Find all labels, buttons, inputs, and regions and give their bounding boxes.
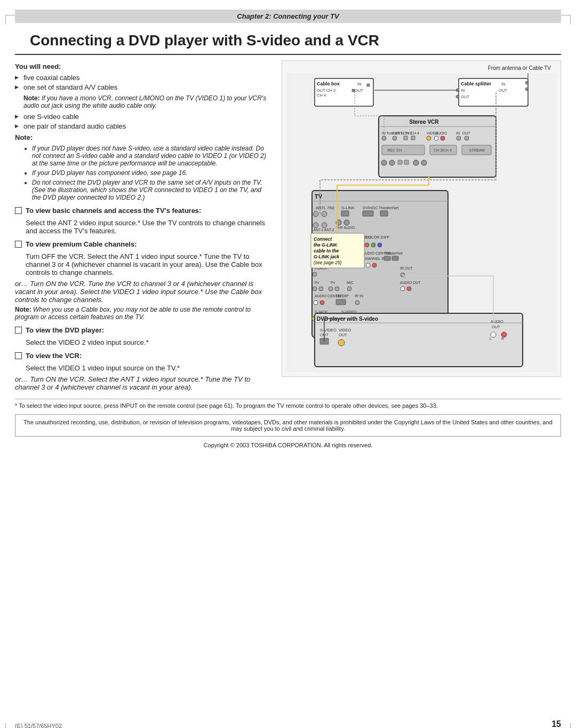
- svg-text:Connect: Connect: [314, 236, 332, 242]
- svg-text:CH 4: CH 4: [411, 131, 419, 135]
- svg-text:AUDIO OUT: AUDIO OUT: [400, 281, 421, 284]
- svg-point-100: [347, 287, 351, 291]
- svg-point-92: [401, 273, 405, 277]
- svg-point-87: [372, 263, 377, 267]
- svg-point-83: [313, 272, 317, 276]
- checkbox-basic[interactable]: [15, 207, 22, 214]
- svg-point-32: [434, 136, 438, 140]
- checkbox-vcr[interactable]: [15, 352, 22, 359]
- svg-point-30: [427, 136, 431, 140]
- note-label-main: Note:: [15, 133, 271, 141]
- checkbox-basic-body: Select the ANT 2 video input source.* Us…: [26, 219, 271, 235]
- checkbox-dvd[interactable]: [15, 327, 22, 334]
- svg-point-98: [335, 287, 339, 291]
- svg-text:Cable splitter: Cable splitter: [461, 81, 492, 86]
- requirements-list-2: one S-video cable one pair of standard a…: [15, 113, 271, 130]
- svg-rect-57: [341, 211, 349, 216]
- svg-text:Cable box: Cable box: [317, 81, 340, 86]
- checkbox-section-dvd: To view the DVD player:: [15, 326, 271, 334]
- svg-point-125: [338, 339, 345, 346]
- svg-text:R: R: [501, 337, 504, 341]
- svg-text:VHF   AUDIO: VHF AUDIO: [336, 226, 355, 230]
- svg-point-33: [441, 136, 445, 140]
- svg-text:S-VIDEO: S-VIDEO: [320, 328, 337, 333]
- svg-text:IN: IN: [461, 88, 465, 93]
- svg-text:ANT-1  ANT-2: ANT-1 ANT-2: [314, 228, 334, 232]
- checkbox-section-basic: To view basic channels and access the TV…: [15, 207, 271, 215]
- svg-point-48: [413, 160, 419, 165]
- svg-text:VIDEO: VIDEO: [339, 328, 351, 333]
- svg-text:OUT: OUT: [462, 131, 471, 135]
- you-will-need-heading: You will need:: [15, 62, 271, 70]
- svg-point-102: [401, 287, 405, 291]
- corner-mark-tl: [5, 15, 15, 25]
- svg-text:IR IN: IR IN: [355, 294, 363, 298]
- notes-list: If your DVD player does not have S-video…: [32, 145, 271, 201]
- svg-text:G-LINK: G-LINK: [341, 205, 355, 210]
- svg-rect-90: [392, 256, 398, 260]
- svg-text:the G-LINK: the G-LINK: [314, 242, 338, 248]
- svg-text:Px: Px: [331, 281, 335, 284]
- svg-text:DVIHDC: DVIHDC: [363, 205, 378, 210]
- content-area: You will need: five coaxial cables one s…: [15, 55, 561, 393]
- svg-point-34: [457, 136, 461, 140]
- page-wrapper: Chapter 2: Connecting your TV Connecting…: [0, 10, 576, 728]
- svg-rect-47: [404, 160, 409, 164]
- svg-point-94: [313, 287, 317, 291]
- svg-point-45: [389, 160, 395, 165]
- svg-text:COLOR DIFF: COLOR DIFF: [365, 235, 390, 240]
- requirement-item-4: one pair of standard audio cables: [15, 122, 271, 130]
- note-item-1: If your DVD player does not have S-video…: [32, 145, 271, 167]
- requirement-item-3: one S-video cable: [15, 113, 271, 121]
- svg-point-24: [393, 136, 397, 140]
- svg-text:IN: IN: [456, 131, 460, 135]
- svg-text:CH 4: CH 4: [317, 93, 326, 98]
- svg-point-44: [381, 160, 387, 165]
- note-item-3: Do not connect the DVD player and VCR to…: [32, 179, 271, 201]
- footnote-text: * To select the video input source, pres…: [15, 402, 561, 409]
- copyright-line: Copyright © 2003 TOSHIBA CORPORATION. Al…: [15, 442, 561, 448]
- svg-point-110: [355, 300, 359, 305]
- svg-point-105: [314, 300, 318, 305]
- from-antenna-label: From antenna or Cable TV: [286, 65, 551, 71]
- svg-text:IN: IN: [501, 82, 506, 86]
- svg-text:L: L: [490, 337, 492, 341]
- checkbox-dvd-body: Select the VIDEO 2 video input source.*: [26, 338, 271, 346]
- svg-point-75: [371, 243, 375, 247]
- note-heading: Note:: [15, 133, 33, 141]
- svg-text:TV: TV: [315, 193, 323, 200]
- note-label-1: Note:: [23, 94, 40, 102]
- svg-point-66: [344, 220, 349, 225]
- checkbox-premium[interactable]: [15, 241, 22, 248]
- requirements-list: five coaxial cables one set of standard …: [15, 74, 271, 91]
- requirement-item-1: five coaxial cables: [15, 74, 271, 82]
- svg-rect-28: [411, 136, 415, 140]
- model-number: (E) 51/57/65HY02: [15, 723, 62, 728]
- svg-text:OUT: OUT: [461, 94, 469, 99]
- diagram-svg: Cable box OUT CH 3 CH 4 IN OUT Cable spl…: [286, 73, 556, 372]
- chapter-title: Chapter 2: Connecting your TV: [237, 12, 339, 20]
- svg-text:CHANNEL IN: CHANNEL IN: [363, 257, 385, 260]
- right-column: From antenna or Cable TV Cable box OUT C…: [282, 55, 561, 393]
- corner-mark-br: [561, 723, 571, 728]
- checkbox-vcr-or1: or… Turn ON the VCR. Select the ANT 1 vi…: [15, 375, 271, 391]
- svg-point-76: [378, 243, 382, 247]
- svg-text:STREAM: STREAM: [469, 148, 484, 152]
- svg-point-106: [320, 300, 324, 305]
- svg-text:G-LINK jack: G-LINK jack: [314, 254, 340, 259]
- requirement-item-2: one set of standard A/V cables: [15, 83, 271, 91]
- svg-point-74: [365, 243, 369, 247]
- svg-text:CH 3/CH 4: CH 3/CH 4: [434, 148, 452, 152]
- note-label-premium: Note:: [15, 306, 31, 313]
- svg-text:ANTL 75Ω: ANTL 75Ω: [316, 205, 334, 210]
- note-text-1: If you have a mono VCR, connect L/MONO o…: [23, 94, 266, 109]
- page-number: 15: [551, 719, 561, 728]
- svg-text:Px: Px: [315, 281, 319, 284]
- checkbox-premium-note: Note: When you use a Cable box, you may …: [15, 306, 271, 321]
- svg-text:OUT: OUT: [355, 88, 363, 93]
- svg-text:AUDIO: AUDIO: [435, 131, 447, 135]
- svg-text:REC CH: REC CH: [388, 148, 402, 152]
- svg-text:IN: IN: [357, 82, 362, 86]
- checkbox-section-vcr: To view the VCR:: [15, 352, 271, 360]
- chapter-header: Chapter 2: Connecting your TV: [15, 10, 561, 23]
